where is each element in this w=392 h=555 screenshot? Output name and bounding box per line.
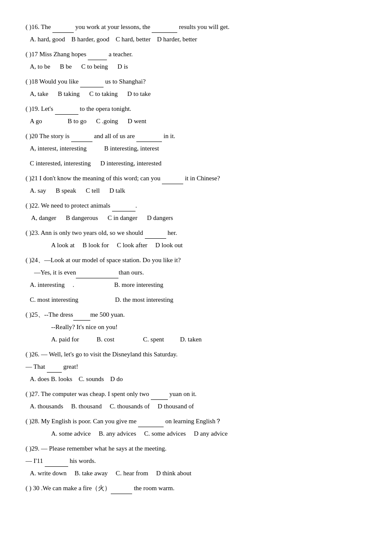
q24-options-b: C. most interesting D. the most interest…	[26, 294, 366, 306]
q16-options: A. hard, good B harder, good C hard, bet…	[26, 34, 366, 45]
q22-options: A, danger B dangerous C in danger D dang…	[26, 212, 366, 224]
q26-options: A. does B. looks C. sounds D do	[26, 373, 366, 385]
question-21: ( )21 I don't know the meaning of this w…	[26, 173, 366, 197]
question-28: ( )28. My English is poor. Can you give …	[26, 416, 366, 439]
q18-text: ( )18 Would you like us to Shanghai?	[26, 76, 366, 87]
question-23: ( )23. Ann is only two years old, so we …	[26, 227, 366, 251]
q26-text1: ( )26. — Well, let's go to visit the Dis…	[26, 349, 366, 360]
q25-text1: ( )25、--The dressme 500 yuan.	[26, 309, 366, 321]
q24-text1: ( )24、—Look at our model of space statio…	[26, 254, 366, 266]
q28-options: A. some advice B. any advices C. some ad…	[26, 428, 366, 439]
question-22: ( )22. We need to protect animals . A, d…	[26, 200, 366, 224]
q18-options: A, take B taking C to taking D to take	[26, 88, 366, 100]
q24-text2: —Yes, it is eventhan ours.	[26, 267, 366, 278]
q17-text: ( )17 Miss Zhang hopes a teacher.	[26, 49, 366, 60]
q25-options: A. paid for B. cost C. spent D. taken	[26, 334, 366, 345]
q23-options: A look at B look for C look after D look…	[26, 240, 366, 251]
q22-text: ( )22. We need to protect animals .	[26, 200, 366, 211]
q25-text2: --Really? It's nice on you!	[26, 321, 366, 333]
q20-text: ( )20 The story is and all of us are in …	[26, 130, 366, 142]
q28-text: ( )28. My English is poor. Can you give …	[26, 416, 366, 427]
q23-text: ( )23. Ann is only two years old, so we …	[26, 227, 366, 239]
q24-options-a: A. interesting . B. more interesting	[26, 279, 366, 291]
q29-text1: ( )29. — Please remember what he says at…	[26, 443, 366, 454]
q30-text: ( ) 30 .We can make a fire（火） the room w…	[26, 483, 366, 494]
q29-text2: — I'11 his words.	[26, 455, 366, 467]
question-25: ( )25、--The dressme 500 yuan. --Really? …	[26, 309, 366, 345]
exam-content: ( )16. The you work at your lessons, the…	[26, 21, 366, 494]
q26-text2: — That great!	[26, 361, 366, 373]
question-30: ( ) 30 .We can make a fire（火） the room w…	[26, 483, 366, 494]
q27-text: ( )27. The computer was cheap. I spent o…	[26, 388, 366, 400]
question-18: ( )18 Would you like us to Shanghai? A, …	[26, 76, 366, 100]
q19-options: A go B to go C .going D went	[26, 116, 366, 127]
q16-text: ( )16. The you work at your lessons, the…	[26, 21, 366, 33]
question-17: ( )17 Miss Zhang hopes a teacher. A, to …	[26, 49, 366, 72]
question-29: ( )29. — Please remember what he says at…	[26, 443, 366, 479]
q19-text: ( )19. Let's to the opera tonight.	[26, 103, 366, 115]
question-20: ( )20 The story is and all of us are in …	[26, 130, 366, 169]
question-19: ( )19. Let's to the opera tonight. A go …	[26, 103, 366, 127]
q21-options: A. say B speak C tell D talk	[26, 185, 366, 197]
q21-text: ( )21 I don't know the meaning of this w…	[26, 173, 366, 184]
question-26: ( )26. — Well, let's go to visit the Dis…	[26, 349, 366, 385]
q20-options-b: C interested, interesting D interesting,…	[26, 158, 366, 169]
q27-options: A. thousands B. thousand C. thousands of…	[26, 401, 366, 412]
q20-options-a: A, interest, interesting B interesting, …	[26, 143, 366, 154]
question-27: ( )27. The computer was cheap. I spent o…	[26, 388, 366, 412]
q29-options: A. write down B. take away C. hear from …	[26, 468, 366, 479]
question-16: ( )16. The you work at your lessons, the…	[26, 21, 366, 45]
question-24: ( )24、—Look at our model of space statio…	[26, 254, 366, 306]
q17-options: A, to be B be C to being D is	[26, 61, 366, 72]
